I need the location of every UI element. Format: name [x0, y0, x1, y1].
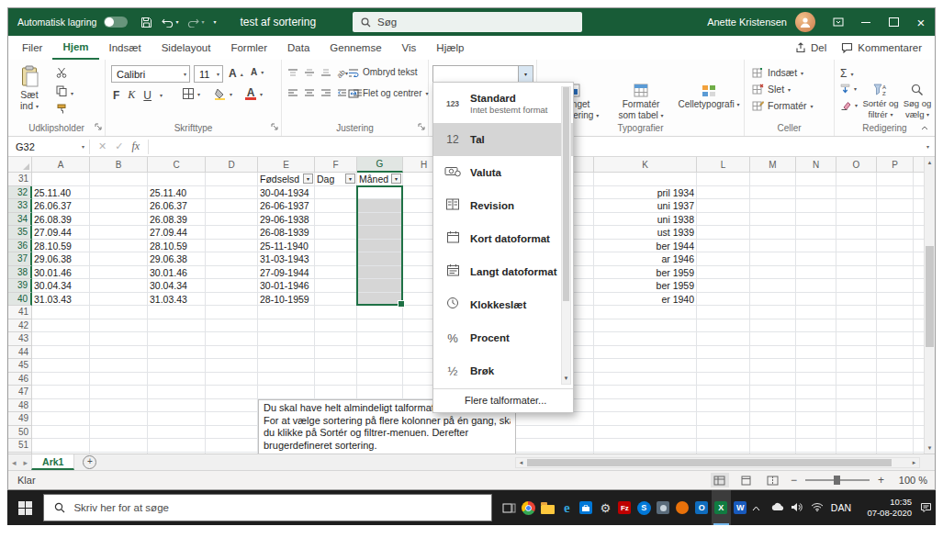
menu-item-tal[interactable]: 12 Tal [433, 123, 573, 156]
align-bottom-icon[interactable] [320, 68, 331, 77]
cell-B37[interactable] [90, 252, 148, 266]
cell-E43[interactable] [258, 332, 315, 346]
decrease-indent-icon[interactable] [337, 88, 347, 97]
cell-D48[interactable] [206, 399, 258, 413]
cell-E42[interactable] [258, 319, 315, 333]
cell-E44[interactable] [258, 346, 315, 360]
column-header-G[interactable]: G [357, 157, 403, 173]
cell-C43[interactable] [148, 332, 206, 346]
font-size-combobox[interactable]: 11▾ [194, 65, 223, 83]
cell-F45[interactable] [315, 359, 357, 373]
cell-F32[interactable] [315, 186, 357, 200]
autosum-button[interactable]: Σ▾ [840, 67, 853, 80]
cell-D37[interactable] [206, 252, 258, 266]
cell-N32[interactable] [796, 186, 836, 200]
row-header-37[interactable]: 37 [8, 252, 32, 266]
cell-K35[interactable]: ust 1939 [594, 226, 697, 240]
cell-F44[interactable] [315, 346, 357, 360]
cell-F31[interactable]: Dag▾ [315, 173, 357, 186]
clear-button[interactable]: ▾ [840, 100, 858, 110]
cell-C45[interactable] [148, 359, 206, 373]
cell-B50[interactable] [90, 426, 148, 440]
cell-E41[interactable] [258, 306, 315, 319]
fill-color-button[interactable]: ▾ [214, 88, 232, 100]
cell-D41[interactable] [206, 306, 258, 319]
cell-E45[interactable] [258, 359, 315, 373]
tab-indsaet[interactable]: Indsæt [99, 36, 152, 60]
comments-button[interactable]: Kommentarer [841, 42, 922, 53]
cell-K34[interactable]: uni 1938 [594, 213, 697, 227]
cell-P36[interactable] [877, 240, 914, 253]
tab-sidelayout[interactable]: Sidelayout [152, 36, 221, 60]
avatar[interactable] [795, 12, 815, 32]
cell-F43[interactable] [315, 332, 357, 346]
cell-B31[interactable] [90, 173, 148, 186]
menu-item-valuta[interactable]: Valuta [433, 156, 573, 189]
cell-K50[interactable] [594, 426, 697, 440]
tab-filer[interactable]: Filer [12, 36, 52, 60]
cell-G31[interactable]: Måned▾ [357, 173, 403, 186]
cell-A40[interactable]: 31.03.43 [32, 293, 90, 307]
ribbon-display-options-button[interactable] [825, 8, 852, 36]
cell-L32[interactable] [697, 186, 750, 200]
network-icon[interactable] [811, 502, 824, 513]
cell-N35[interactable] [796, 226, 836, 240]
cell-P35[interactable] [877, 226, 914, 240]
cell-O38[interactable] [836, 266, 877, 280]
cell-O37[interactable] [836, 252, 877, 266]
cell-G32[interactable] [357, 186, 403, 200]
cell-N49[interactable] [796, 412, 836, 426]
cell-M32[interactable] [750, 186, 796, 200]
cell-M40[interactable] [750, 293, 796, 307]
cell-F47[interactable] [315, 386, 357, 399]
cell-N33[interactable] [796, 199, 836, 213]
cell-B47[interactable] [90, 386, 148, 399]
cell-D40[interactable] [206, 293, 258, 307]
cell-C50[interactable] [148, 426, 206, 440]
cell-M33[interactable] [750, 199, 796, 213]
cell-K37[interactable]: ar 1946 [594, 252, 697, 266]
underline-button[interactable]: U [143, 89, 152, 102]
cell-A32[interactable]: 25.11.40 [32, 186, 90, 200]
column-header-D[interactable]: D [206, 157, 258, 173]
menu-scroll-down-icon[interactable]: ▼ [562, 373, 570, 384]
cell-O43[interactable] [836, 332, 877, 346]
cell-J51[interactable] [513, 439, 594, 453]
bold-button[interactable]: F [113, 89, 119, 102]
cell-K38[interactable]: ber 1959 [594, 266, 697, 280]
sort-filter-button[interactable]: AZ Sortér og filtrér ▾ [860, 84, 901, 120]
cell-K42[interactable] [594, 319, 697, 333]
volume-icon[interactable] [791, 502, 803, 514]
cell-M37[interactable] [750, 252, 796, 266]
cell-G41[interactable] [357, 306, 403, 319]
cell-G47[interactable] [357, 386, 403, 399]
cell-G34[interactable] [357, 213, 403, 227]
cell-G39[interactable] [357, 279, 403, 293]
cell-A37[interactable]: 29.06.38 [32, 252, 90, 266]
cell-G43[interactable] [357, 332, 403, 346]
column-header-F[interactable]: F [315, 157, 357, 173]
cell-N44[interactable] [796, 346, 836, 360]
number-format-combobox[interactable]: ▾ [432, 65, 533, 83]
cell-C33[interactable]: 26.06.37 [148, 199, 206, 213]
cell-C41[interactable] [148, 306, 206, 319]
cell-D38[interactable] [206, 266, 258, 280]
hidden-icons-chevron[interactable] [750, 503, 763, 513]
borders-button[interactable]: ▾ [183, 88, 200, 99]
menu-item-revision[interactable]: Revision [433, 189, 573, 222]
cell-A43[interactable] [32, 332, 90, 346]
taskbar-search-input[interactable]: Skriv her for at søge [43, 494, 491, 521]
cell-N36[interactable] [796, 240, 836, 253]
maximize-button[interactable] [880, 8, 907, 36]
menu-item-procent[interactable]: % BrøkProcent [433, 321, 573, 354]
cell-A42[interactable] [32, 319, 90, 333]
cell-L40[interactable] [697, 293, 750, 307]
cell-A39[interactable]: 30.04.34 [32, 279, 90, 293]
cell-C46[interactable] [148, 373, 206, 386]
cell-N47[interactable] [796, 386, 836, 399]
select-all-corner[interactable] [8, 157, 32, 173]
cell-O39[interactable] [836, 279, 877, 293]
align-top-icon[interactable] [287, 68, 298, 77]
cell-N41[interactable] [796, 306, 836, 319]
action-center-icon[interactable] [919, 502, 932, 514]
